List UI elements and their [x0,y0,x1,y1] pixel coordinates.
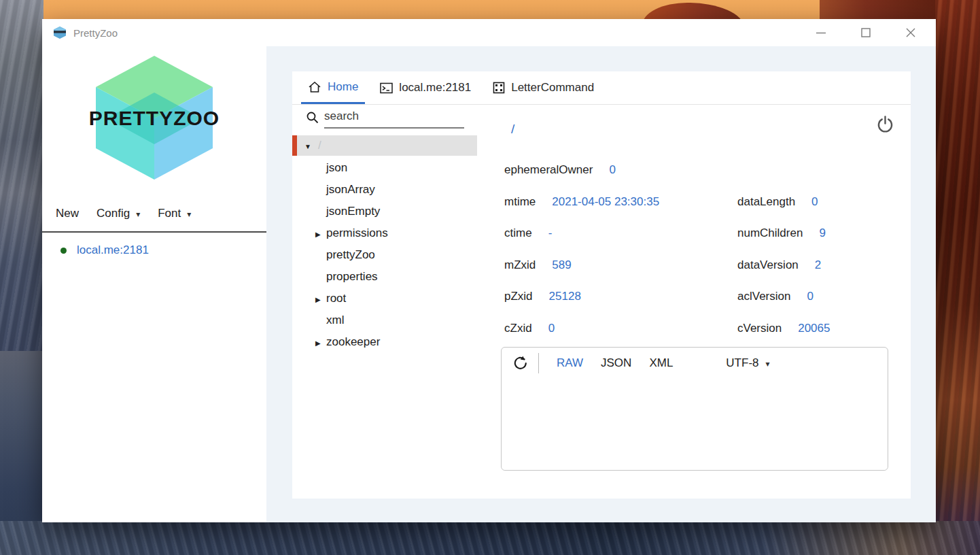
dropdown-caret-icon [766,356,770,370]
tab-server[interactable]: local.me:2181 [373,71,478,104]
stats-column-left: ephemeralOwner 0 mtime 2021-04-05 23:30:… [504,154,659,344]
tab-bar: Home local.me:2181 LetterC [292,71,911,105]
menu-font-label: Font [158,207,181,220]
stat-label: mZxid [504,258,536,272]
tree-node-label: root [326,292,346,305]
refresh-icon[interactable] [512,355,529,371]
encoding-label: UTF-8 [726,356,758,370]
desktop: PrettyZoo [0,0,980,555]
tree-node[interactable]: zookeeper [292,331,477,353]
home-icon [308,80,321,94]
caret-right-icon[interactable] [315,226,321,240]
tab-home[interactable]: Home [301,71,365,104]
command-icon [493,82,505,94]
caret-right-icon[interactable] [315,335,321,349]
stat-label: mtime [504,195,536,209]
stat-value: 20065 [798,322,830,335]
stat-dataVersion: dataVersion 2 [737,250,830,282]
server-status-icon [60,248,67,254]
stat-value: - [548,226,553,240]
tree-node-label: permissions [326,226,388,240]
stat-label: cZxid [504,322,532,335]
sidebar: PRETTYZOO New Config Font [42,46,266,522]
prettyzoo-logo: PRETTYZOO [82,53,226,182]
tree-list: / json jsonArray jsonEmpty [292,135,477,353]
stat-label: pZxid [504,290,533,303]
close-button[interactable] [903,25,918,40]
tree-node[interactable]: xml [292,309,477,331]
stat-empty [737,154,830,186]
stat-aclVersion: aclVersion 0 [737,281,830,313]
tab-lettercommand[interactable]: LetterCommand [486,71,601,104]
tree-node[interactable]: jsonArray [292,179,477,201]
tree-node[interactable]: json [292,157,477,179]
stat-value: 9 [819,226,825,240]
terminal-icon [380,82,393,94]
wallpaper-rock-right [935,0,980,555]
node-detail-panel: / ephemeralOwner 0 [477,104,911,499]
tree-node-label: xml [326,314,344,327]
mode-xml[interactable]: XML [649,356,673,370]
mode-raw[interactable]: RAW [557,356,583,370]
server-label: local.me:2181 [77,243,149,257]
caret-down-icon[interactable] [304,139,311,152]
tree-node[interactable]: prettyZoo [292,244,477,266]
server-item[interactable]: local.me:2181 [42,243,266,257]
stat-value: 0 [807,290,813,303]
stat-label: ctime [504,226,532,240]
menu-config-label: Config [97,207,130,220]
caret-right-icon[interactable] [315,292,321,305]
wallpaper-rock-top-right [820,0,935,20]
menu-font[interactable]: Font [158,207,191,220]
stat-value: 25128 [549,290,581,303]
stats-column-right: dataLength 0 numChildren 9 dataVersion 2 [737,154,830,344]
content-card: Home local.me:2181 LetterC [292,71,911,499]
prettyzoo-window: PrettyZoo [42,19,936,522]
stat-value: 2021-04-05 23:30:35 [552,195,659,209]
stat-label: dataVersion [737,258,799,272]
dropdown-caret-icon [136,207,140,220]
encoding-dropdown[interactable]: UTF-8 [726,356,769,370]
tree-node[interactable]: properties [292,266,477,288]
title-bar[interactable]: PrettyZoo [42,19,936,46]
tree-node-label: / [318,139,321,152]
tab-home-label: Home [328,80,358,94]
stat-mZxid: mZxid 589 [504,250,659,282]
tree-node[interactable]: permissions [292,222,477,244]
data-content[interactable] [502,379,888,470]
search-input[interactable] [324,108,464,129]
tree-node-root[interactable]: / [292,135,477,156]
toolbar-divider [538,353,539,373]
tree-node-label: zookeeper [326,335,380,349]
search-icon [306,111,319,127]
tree-node-label: properties [326,270,378,284]
sidebar-menubar: New Config Font [42,207,266,220]
minimize-button[interactable] [813,25,828,40]
stat-label: aclVersion [737,290,790,303]
tree-node-label: jsonArray [326,183,375,197]
stat-label: ephemeralOwner [504,163,593,177]
power-icon[interactable] [876,115,894,136]
node-path: / [511,122,514,137]
tree-node[interactable]: root [292,288,477,309]
tree-node-label: json [326,161,347,175]
sidebar-divider [42,231,266,233]
menu-new[interactable]: New [56,207,79,220]
tree-node[interactable]: jsonEmpty [292,201,477,222]
stat-value: 0 [811,195,818,209]
stat-dataLength: dataLength 0 [737,186,830,218]
app-icon [53,27,67,39]
tree-node-label: prettyZoo [326,248,375,262]
stat-value: 589 [552,258,571,272]
wallpaper-rock-left [0,0,43,351]
maximize-button[interactable] [858,25,873,40]
tree-panel: / json jsonArray jsonEmpty [292,104,477,499]
main-area: Home local.me:2181 LetterC [266,46,936,522]
logo-text: PRETTYZOO [89,107,220,129]
stat-ephemeralOwner: ephemeralOwner 0 [504,154,659,186]
tab-server-label: local.me:2181 [399,81,471,95]
menu-config[interactable]: Config [97,207,140,220]
stat-label: numChildren [737,226,803,240]
mode-json[interactable]: JSON [601,356,631,370]
stat-mtime: mtime 2021-04-05 23:30:35 [504,186,659,218]
